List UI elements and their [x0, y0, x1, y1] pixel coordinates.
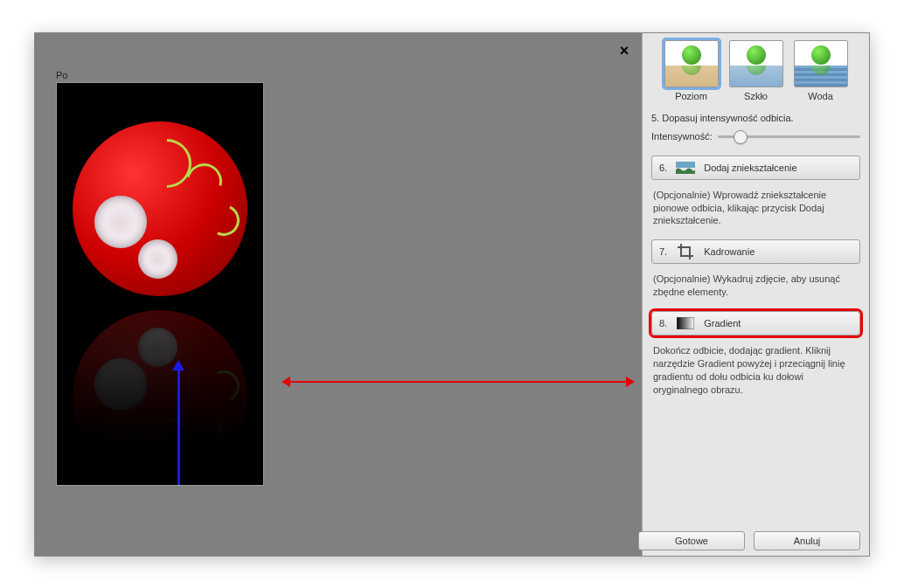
- step7-button[interactable]: 7. Kadrowanie: [651, 239, 860, 264]
- step7-label: Kadrowanie: [704, 246, 754, 257]
- reflection-dialog: × Po: [34, 32, 870, 557]
- close-icon[interactable]: ×: [615, 42, 633, 59]
- gradient-icon: [676, 316, 695, 330]
- annotation-arrow: [285, 381, 631, 383]
- intensity-label: Intensywność:: [651, 131, 713, 142]
- szklo-label: Szkło: [744, 91, 768, 101]
- reflection-type-row: Poziom Szkło Woda: [651, 40, 860, 101]
- step6-desc: (Opcjonalnie) Wprowadź zniekształcenie p…: [653, 189, 859, 228]
- done-button[interactable]: Gotowe: [638, 531, 745, 550]
- svg-rect-1: [677, 317, 694, 329]
- intensity-slider[interactable]: [718, 129, 860, 143]
- preview-image[interactable]: [56, 82, 264, 486]
- step6-label: Dodaj zniekształcenie: [704, 163, 796, 173]
- step8-label: Gradient: [704, 318, 741, 329]
- poziom-icon: [664, 40, 719, 87]
- poziom-label: Poziom: [675, 91, 707, 101]
- dialog-buttons: Gotowe Anuluj: [651, 522, 860, 550]
- szklo-icon: [729, 40, 783, 87]
- step5-text: 5. Dopasuj intensywność odbicia.: [651, 112, 860, 124]
- reflection-option-szklo[interactable]: Szkło: [727, 40, 785, 101]
- step6-button[interactable]: 6. Dodaj zniekształcenie: [651, 156, 860, 180]
- reflection-option-woda[interactable]: Woda: [792, 40, 850, 101]
- after-label: Po: [56, 70, 67, 80]
- crop-icon: [676, 245, 695, 259]
- preview-area: × Po: [35, 33, 642, 556]
- cancel-button[interactable]: Anuluj: [754, 531, 860, 550]
- step8-desc: Dokończ odbicie, dodając gradient. Klikn…: [653, 344, 859, 396]
- step8-button[interactable]: 8. Gradient: [651, 311, 860, 336]
- woda-icon: [794, 40, 848, 87]
- svg-rect-0: [676, 162, 695, 168]
- step7-desc: (Opcjonalnie) Wykadruj zdjęcie, aby usun…: [653, 273, 859, 299]
- step8-number: 8.: [659, 318, 667, 329]
- step6-number: 6.: [659, 163, 667, 173]
- side-panel: Poziom Szkło Woda 5. Dopasuj intensywnoś…: [642, 33, 869, 556]
- intensity-row: Intensywność:: [651, 129, 860, 143]
- reflection-option-poziom[interactable]: Poziom: [663, 40, 720, 101]
- step7-number: 7.: [659, 246, 667, 257]
- distort-icon: [676, 161, 695, 175]
- gradient-direction-arrow: [177, 363, 180, 486]
- woda-label: Woda: [808, 91, 833, 101]
